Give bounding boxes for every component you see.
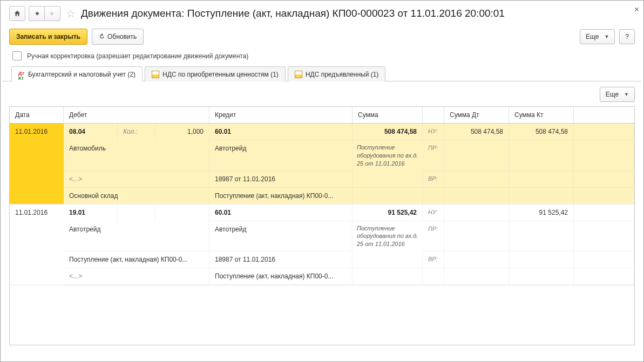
main-toolbar: Записать и закрыть ↻ Обновить Еще ▼ ? — [1, 25, 643, 50]
more-button[interactable]: Еще ▼ — [580, 29, 615, 44]
tag-pr: ПР: — [423, 221, 444, 252]
refresh-label: Обновить — [107, 33, 137, 40]
tab-vat-acquired[interactable]: НДС по приобретенным ценностям (1) — [145, 66, 286, 81]
arrow-right-icon — [49, 10, 56, 17]
tab-vat-presented[interactable]: НДС предъявленный (1) — [288, 66, 385, 81]
arrow-left-icon — [33, 10, 40, 17]
tab-content: Еще ▼ Дата Дебет Кредит Сумма Сумма Дт С… — [1, 81, 643, 354]
save-close-button[interactable]: Записать и закрыть — [9, 29, 87, 45]
ledger-entry[interactable]: 11.01.2016 08.04 Кол.: 1,000 60.01 508 4… — [10, 124, 634, 204]
sum-dt-value: 508 474,58 — [444, 124, 509, 140]
debit-credit-icon: ДтКт — [18, 71, 25, 78]
tab-label: НДС предъявленный (1) — [306, 71, 378, 78]
tag-vr: ВР: — [423, 251, 444, 268]
manual-edit-checkbox[interactable] — [12, 51, 22, 60]
sum-kt-value: 91 525,42 — [509, 204, 574, 221]
ledger-entry[interactable]: 11.01.2016 19.01 60.01 91 525,42 НУ: — [10, 204, 634, 286]
home-button[interactable] — [9, 6, 25, 21]
sheet-icon — [152, 71, 159, 78]
col-sum-kt[interactable]: Сумма Кт — [509, 107, 574, 123]
col-tail — [574, 107, 634, 123]
credit-detail: Автотрейд — [209, 140, 352, 171]
title-bar: ☆ Движения документа: Поступление (акт, … — [1, 1, 643, 25]
home-icon — [13, 10, 21, 17]
help-button[interactable]: ? — [619, 29, 635, 44]
tag-vr: ВР: — [423, 171, 444, 188]
col-date[interactable]: Дата — [10, 107, 64, 123]
manual-edit-row: Ручная корректировка (разрешает редактир… — [1, 50, 643, 66]
tab-accounting[interactable]: ДтКт Бухгалтерский и налоговый учет (2) — [11, 66, 143, 81]
debit-account: 08.04 — [64, 124, 118, 140]
debit-detail: Поступление (акт, накладная) КП00-0... — [64, 251, 209, 268]
close-icon[interactable]: × — [634, 5, 639, 15]
debit-detail: <...> — [64, 171, 209, 188]
page-title: Движения документа: Поступление (акт, на… — [81, 8, 505, 19]
refresh-button[interactable]: ↻ Обновить — [92, 29, 144, 45]
tag-nu: НУ: — [423, 124, 444, 140]
manual-edit-label: Ручная корректировка (разрешает редактир… — [27, 52, 248, 60]
col-tag — [423, 107, 444, 123]
credit-detail: 18987 от 11.01.2016 — [209, 251, 352, 268]
entry-description: Поступление оборудования по вх.д. 25 от … — [352, 221, 423, 252]
credit-detail: Поступление (акт, накладная) КП00-0... — [209, 188, 352, 204]
debit-account: 19.01 — [64, 204, 118, 221]
col-credit[interactable]: Кредит — [209, 107, 352, 123]
sheet-icon — [295, 71, 302, 78]
sum-value: 91 525,42 — [352, 204, 423, 221]
tab-strip: ДтКт Бухгалтерский и налоговый учет (2) … — [3, 66, 641, 81]
col-sum-dt[interactable]: Сумма Дт — [444, 107, 509, 123]
credit-detail: Автотрейд — [209, 221, 352, 252]
tab-label: НДС по приобретенным ценностям (1) — [162, 71, 279, 78]
more-label: Еще — [586, 33, 599, 40]
credit-account: 60.01 — [209, 204, 352, 221]
credit-account: 60.01 — [209, 124, 352, 140]
ledger-table: Дата Дебет Кредит Сумма Сумма Дт Сумма К… — [9, 106, 635, 345]
debit-detail: Автотрейд — [64, 221, 209, 252]
credit-detail: 18987 от 11.01.2016 — [209, 171, 352, 188]
sum-value: 508 474,58 — [352, 124, 423, 140]
tab-label: Бухгалтерский и налоговый учет (2) — [28, 71, 135, 78]
refresh-icon: ↻ — [97, 32, 106, 42]
back-button[interactable] — [29, 6, 45, 21]
sum-kt-value: 508 474,58 — [509, 124, 574, 140]
ledger-header: Дата Дебет Кредит Сумма Сумма Дт Сумма К… — [10, 107, 634, 124]
forward-button[interactable] — [45, 6, 60, 21]
tag-pr: ПР: — [423, 140, 444, 171]
entry-description: Поступление оборудования по вх.д. 25 от … — [352, 140, 423, 171]
chevron-down-icon: ▼ — [624, 92, 629, 97]
more-label: Еще — [606, 91, 619, 98]
credit-detail: Поступление (акт, накладная) КП00-0... — [209, 268, 352, 285]
col-debit[interactable]: Дебет — [64, 107, 209, 123]
sum-dt-value — [444, 204, 509, 221]
app-window: × ☆ Движения документа: Поступление (акт… — [0, 0, 644, 362]
qty-value: 1,000 — [155, 124, 209, 140]
debit-detail: Автомобиль — [64, 140, 209, 171]
ledger-body[interactable]: 11.01.2016 08.04 Кол.: 1,000 60.01 508 4… — [10, 124, 634, 345]
entry-date: 11.01.2016 — [10, 124, 64, 204]
chevron-down-icon: ▼ — [604, 34, 609, 39]
col-sum[interactable]: Сумма — [352, 107, 423, 123]
tag-nu: НУ: — [423, 204, 444, 221]
tab-more-button[interactable]: Еще ▼ — [600, 87, 635, 102]
debit-detail: <...> — [64, 268, 209, 285]
favorite-star-icon[interactable]: ☆ — [66, 7, 76, 20]
entry-date: 11.01.2016 — [10, 204, 64, 285]
qty-label: Кол.: — [118, 124, 155, 140]
debit-detail: Основной склад — [64, 188, 209, 204]
